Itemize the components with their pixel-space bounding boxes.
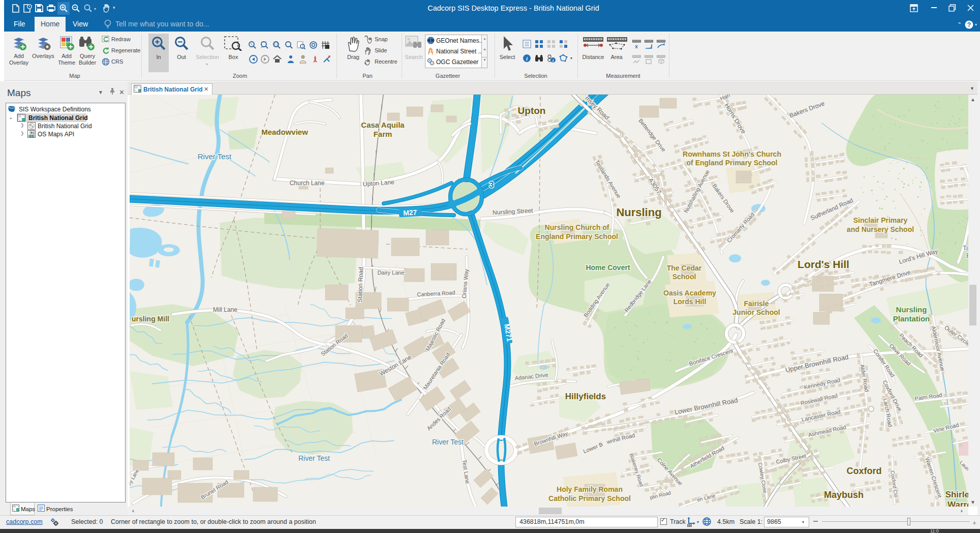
svg-text:Catholic Primary School: Catholic Primary School xyxy=(548,494,631,502)
svg-text:M27: M27 xyxy=(403,208,417,217)
svg-text:Nursling: Nursling xyxy=(896,305,927,314)
svg-text:Sinclair Primary: Sinclair Primary xyxy=(853,216,908,224)
svg-text:Tann: Tann xyxy=(963,244,968,252)
svg-text:Shirley: Shirley xyxy=(945,490,968,499)
svg-text:Meadowview: Meadowview xyxy=(261,128,308,136)
svg-text:Upton: Upton xyxy=(518,105,546,116)
svg-text:Nursling Church of: Nursling Church of xyxy=(545,223,609,231)
svg-text:3: 3 xyxy=(489,181,494,189)
svg-text:Hillyfields: Hillyfields xyxy=(565,392,606,401)
svg-text:Fairisle: Fairisle xyxy=(744,300,769,308)
svg-text:Warren: Warren xyxy=(947,500,968,507)
svg-text:of England Primary School: of England Primary School xyxy=(687,159,778,167)
svg-text:Church Lane: Church Lane xyxy=(290,180,325,187)
svg-text:The Cedar: The Cedar xyxy=(667,264,702,272)
svg-text:ursling Mill: ursling Mill xyxy=(132,315,169,323)
svg-text:Station Road: Station Road xyxy=(356,267,364,303)
svg-text:Lord's Hill: Lord's Hill xyxy=(798,258,849,270)
svg-text:Plantation: Plantation xyxy=(893,314,930,323)
svg-text:Farm: Farm xyxy=(374,130,392,138)
svg-text:River Test: River Test xyxy=(198,152,232,161)
svg-text:Rownhams St John's Church: Rownhams St John's Church xyxy=(683,150,781,158)
svg-text:?: ? xyxy=(967,21,971,28)
svg-text:Mill Lane: Mill Lane xyxy=(213,306,237,313)
svg-text:Lords Hill: Lords Hill xyxy=(673,298,707,306)
svg-text:Holy Family Roman: Holy Family Roman xyxy=(557,485,623,493)
svg-text:England Primary School: England Primary School xyxy=(536,232,618,241)
svg-text:and Nursery School: and Nursery School xyxy=(847,225,914,233)
svg-text:Dairy Lane: Dairy Lane xyxy=(377,270,404,276)
svg-text:Maybush: Maybush xyxy=(824,490,864,500)
svg-text:Oasis Academy: Oasis Academy xyxy=(663,289,716,297)
svg-text:River Test: River Test xyxy=(432,438,464,446)
svg-text:River Test: River Test xyxy=(298,454,330,462)
svg-text:Coxford: Coxford xyxy=(847,466,882,476)
svg-text:Home Covert: Home Covert xyxy=(586,263,630,272)
svg-text:Junior School: Junior School xyxy=(732,308,780,316)
svg-text:x: x xyxy=(635,44,638,49)
svg-text:School: School xyxy=(672,273,696,281)
svg-text:Nursling: Nursling xyxy=(616,206,661,219)
svg-text:0.0: 0.0 xyxy=(688,524,691,527)
svg-text:Casa Aquila: Casa Aquila xyxy=(361,121,405,129)
